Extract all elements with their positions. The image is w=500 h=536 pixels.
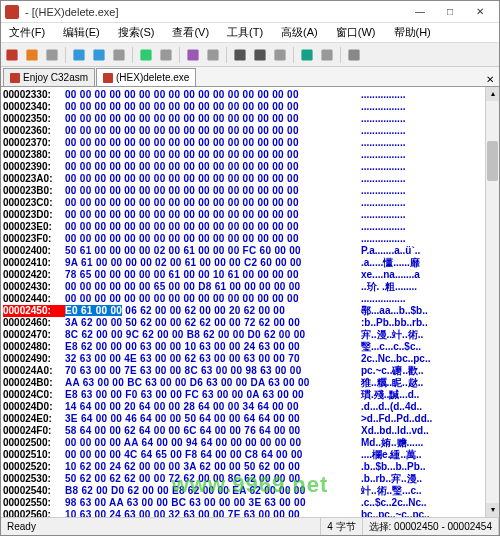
hex-bytes[interactable]: 00 00 00 00 00 00 00 00 00 00 00 00 00 0…: [65, 113, 361, 125]
scroll-thumb[interactable]: [487, 141, 498, 181]
hex-bytes[interactable]: 58 64 00 00 62 64 00 00 6C 64 00 00 76 6…: [65, 425, 361, 437]
hex-ascii[interactable]: ................: [361, 185, 485, 197]
prev-button[interactable]: [251, 46, 269, 64]
hex-ascii[interactable]: .d...d..(d..4d..: [361, 401, 485, 413]
save-button[interactable]: [43, 46, 61, 64]
hex-row[interactable]: 000023E0:00 00 00 00 00 00 00 00 00 00 0…: [3, 221, 485, 233]
refresh-button[interactable]: [345, 46, 363, 64]
paste-button[interactable]: [110, 46, 128, 64]
hex-bytes[interactable]: 00 00 00 00 00 00 00 00 00 00 00 00 00 0…: [65, 149, 361, 161]
menu-窗口(W)[interactable]: 窗口(W): [332, 23, 380, 42]
hex-ascii[interactable]: :b..Pb..bb..rb..: [361, 317, 485, 329]
hex-row[interactable]: 000024A0:70 63 00 00 7E 63 00 00 8C 63 0…: [3, 365, 485, 377]
maximize-button[interactable]: □: [435, 2, 465, 22]
menu-帮助(H)[interactable]: 帮助(H): [390, 23, 435, 42]
scroll-down-button[interactable]: ▾: [486, 503, 499, 517]
hex-row[interactable]: 00002440:00 00 00 00 00 00 00 00 00 00 0…: [3, 293, 485, 305]
hex-row[interactable]: 00002540:B8 62 00 D0 62 00 00 E8 62 00 0…: [3, 485, 485, 497]
hex-bytes[interactable]: 00 00 00 00 00 00 00 00 00 00 00 00 00 0…: [65, 89, 361, 101]
close-button[interactable]: ✕: [465, 2, 495, 22]
hex-row[interactable]: 00002360:00 00 00 00 00 00 00 00 00 00 0…: [3, 125, 485, 137]
menu-高级(A)[interactable]: 高级(A): [277, 23, 322, 42]
hex-row[interactable]: 00002340:00 00 00 00 00 00 00 00 00 00 0…: [3, 101, 485, 113]
hex-bytes[interactable]: B8 62 00 D0 62 00 00 E8 62 00 00 EA 62 0…: [65, 485, 361, 497]
undo-button[interactable]: [137, 46, 155, 64]
hex-bytes[interactable]: 00 00 00 00 00 00 00 00 00 00 00 00 00 0…: [65, 233, 361, 245]
hex-bytes[interactable]: 00 00 00 00 4C 64 65 00 F8 64 00 00 C8 6…: [65, 449, 361, 461]
open-button[interactable]: [23, 46, 41, 64]
hex-row[interactable]: 00002490:32 63 00 00 4E 63 00 00 62 63 0…: [3, 353, 485, 365]
menu-工具(T)[interactable]: 工具(T): [223, 23, 267, 42]
hex-bytes[interactable]: 00 00 00 00 00 00 00 00 00 00 00 00 00 0…: [65, 137, 361, 149]
hex-bytes[interactable]: 10 62 00 24 62 00 00 00 3A 62 00 00 50 6…: [65, 461, 361, 473]
hex-ascii[interactable]: ....欄e.緟..萬..: [361, 449, 485, 461]
hex-ascii[interactable]: ................: [361, 161, 485, 173]
hex-bytes[interactable]: 00 00 00 00 00 00 00 00 00 00 00 00 00 0…: [65, 209, 361, 221]
hex-ascii[interactable]: pc.~c..礳..歡..: [361, 365, 485, 377]
hex-bytes[interactable]: 98 63 00 AA 63 00 00 BC 63 00 00 00 3E 6…: [65, 497, 361, 509]
hex-row[interactable]: 00002550:98 63 00 AA 63 00 00 BC 63 00 0…: [3, 497, 485, 509]
hex-bytes[interactable]: 00 00 00 00 00 00 00 00 00 00 00 00 00 0…: [65, 221, 361, 233]
hex-ascii[interactable]: ................: [361, 113, 485, 125]
hex-ascii[interactable]: ................: [361, 233, 485, 245]
hex-ascii[interactable]: 2c..Nc..bc..pc..: [361, 353, 485, 365]
tab-Enjoy C32asm[interactable]: Enjoy C32asm: [3, 68, 95, 86]
hex-ascii[interactable]: ................: [361, 173, 485, 185]
hex-row[interactable]: 00002560:10 63 00 24 63 00 00 32 63 00 0…: [3, 509, 485, 517]
hex-bytes[interactable]: 00 00 00 00 00 00 65 00 00 D8 61 00 00 0…: [65, 281, 361, 293]
hex-bytes[interactable]: 00 00 00 00 00 00 00 00 00 00 00 00 00 0…: [65, 185, 361, 197]
hex-row[interactable]: 00002470:8C 62 00 00 9C 62 00 00 B8 62 0…: [3, 329, 485, 341]
hex-bytes[interactable]: 8C 62 00 00 9C 62 00 00 B8 62 00 00 D0 6…: [65, 329, 361, 341]
menu-文件(F)[interactable]: 文件(F): [5, 23, 49, 42]
hex-row[interactable]: 000023D0:00 00 00 00 00 00 00 00 00 00 0…: [3, 209, 485, 221]
hex-bytes[interactable]: E8 62 00 00 00 63 00 00 10 63 00 00 24 6…: [65, 341, 361, 353]
hex-row[interactable]: 000024F0:58 64 00 00 62 64 00 00 6C 64 0…: [3, 425, 485, 437]
hex-ascii[interactable]: bc..pc..~c..pc..: [361, 509, 485, 517]
hex-ascii[interactable]: ................: [361, 197, 485, 209]
hex-row[interactable]: 00002510:00 00 00 00 4C 64 65 00 F8 64 0…: [3, 449, 485, 461]
scroll-up-button[interactable]: ▴: [486, 87, 499, 101]
hex-ascii[interactable]: ................: [361, 221, 485, 233]
hex-ascii[interactable]: ................: [361, 89, 485, 101]
hex-bytes[interactable]: 32 63 00 00 4E 63 00 00 62 63 00 00 63 0…: [65, 353, 361, 365]
hex-ascii[interactable]: ................: [361, 137, 485, 149]
hex-bytes[interactable]: 00 00 00 00 00 00 00 00 00 00 00 00 00 0…: [65, 161, 361, 173]
asm-button[interactable]: [318, 46, 336, 64]
tab-(HEX)delete.exe[interactable]: (HEX)delete.exe: [96, 68, 196, 86]
hex-row[interactable]: 00002520:10 62 00 24 62 00 00 00 3A 62 0…: [3, 461, 485, 473]
hex-ascii[interactable]: 宑..漫..竍..術..: [361, 329, 485, 341]
hex-row[interactable]: 000024B0:AA 63 00 00 BC 63 00 00 D6 63 0…: [3, 377, 485, 389]
hex-ascii[interactable]: .a.....懂......靡: [361, 257, 485, 269]
hex-bytes[interactable]: 00 00 00 00 00 00 00 00 00 00 00 00 00 0…: [65, 101, 361, 113]
hex-row[interactable]: 000024D0:14 64 00 00 20 64 00 00 28 64 0…: [3, 401, 485, 413]
hex-ascii[interactable]: >d..Fd..Pd..dd..: [361, 413, 485, 425]
hex-bytes[interactable]: 14 64 00 00 20 64 00 00 28 64 00 00 34 6…: [65, 401, 361, 413]
hex-row[interactable]: 000023B0:00 00 00 00 00 00 00 00 00 00 0…: [3, 185, 485, 197]
hex-row[interactable]: 00002350:00 00 00 00 00 00 00 00 00 00 0…: [3, 113, 485, 125]
new-button[interactable]: [3, 46, 21, 64]
hex-row[interactable]: 000023F0:00 00 00 00 00 00 00 00 00 00 0…: [3, 233, 485, 245]
hex-ascii[interactable]: xe....na.......a: [361, 269, 485, 281]
hex-row[interactable]: 000024C0:E8 63 00 00 F0 63 00 00 FC 63 0…: [3, 389, 485, 401]
hex-ascii[interactable]: P.a.......a..ü`..: [361, 245, 485, 257]
hex-ascii[interactable]: .b..rb..宑..漫..: [361, 473, 485, 485]
hex-row[interactable]: 00002450:E0 61 00 00 06 62 00 00 62 00 0…: [3, 305, 485, 317]
hex-row[interactable]: 00002460:3A 62 00 00 50 62 00 00 62 62 0…: [3, 317, 485, 329]
hex-bytes[interactable]: 00 00 00 00 00 00 00 00 00 00 00 00 00 0…: [65, 293, 361, 305]
hex-editor[interactable]: 00002330:00 00 00 00 00 00 00 00 00 00 0…: [1, 87, 499, 517]
hex-bytes[interactable]: AA 63 00 00 BC 63 00 00 D6 63 00 00 DA 6…: [65, 377, 361, 389]
hex-bytes[interactable]: 00 00 00 00 00 00 00 00 00 00 00 00 00 0…: [65, 173, 361, 185]
hex-bytes[interactable]: 9A 61 00 00 00 00 02 00 61 00 00 00 C2 6…: [65, 257, 361, 269]
hex-ascii[interactable]: ................: [361, 293, 485, 305]
hex-ascii[interactable]: 瑿...c...c..$c..: [361, 341, 485, 353]
hex-bytes[interactable]: 78 65 00 00 00 00 00 61 00 00 10 61 00 0…: [65, 269, 361, 281]
hex-bytes[interactable]: 00 00 00 00 00 00 00 00 00 00 00 00 00 0…: [65, 197, 361, 209]
hex-bytes[interactable]: E0 61 00 00 06 62 00 00 62 00 00 20 62 0…: [65, 305, 361, 317]
hex-row[interactable]: 00002420:78 65 00 00 00 00 00 61 00 00 1…: [3, 269, 485, 281]
menu-查看(V)[interactable]: 查看(V): [168, 23, 213, 42]
hex-ascii[interactable]: .c..$c..2c..Nc..: [361, 497, 485, 509]
hex-ascii[interactable]: ................: [361, 149, 485, 161]
hex-ascii[interactable]: ................: [361, 125, 485, 137]
hex-ascii[interactable]: ..玠. .粗........: [361, 281, 485, 293]
hex-bytes[interactable]: E8 63 00 00 F0 63 00 00 FC 63 00 00 0A 6…: [65, 389, 361, 401]
